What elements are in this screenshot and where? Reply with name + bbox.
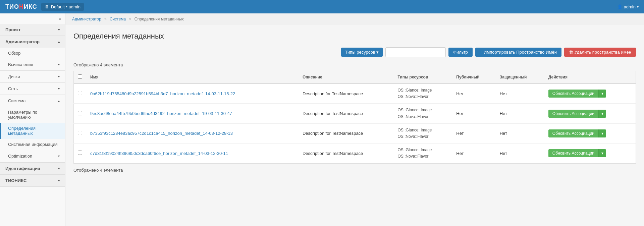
filter-button[interactable]: Фильтр bbox=[448, 48, 473, 57]
sidebar-item-disks[interactable]: Диски ▾ bbox=[0, 71, 65, 82]
sidebar: « Проект ▾ Администратор ▴ Обзор Вычисле… bbox=[0, 13, 65, 226]
sidebar-item-default-params[interactable]: Параметры по умолчанию bbox=[0, 107, 65, 123]
th-name: Имя bbox=[86, 71, 299, 84]
breadcrumb: Администратор » Система » Определения ме… bbox=[65, 13, 644, 25]
resource-types-button[interactable]: Типы ресурсов ▾ bbox=[341, 48, 383, 57]
row-name-link[interactable]: b7353f93c1284e83ac957c2d1c1ca415_horizon… bbox=[90, 131, 233, 136]
topbar-left: ТИОНИКС 🖥 Default • admin bbox=[5, 3, 84, 11]
sidebar-item-optimization[interactable]: Optimization ▾ bbox=[0, 150, 65, 162]
row-description-cell: Description for TestNamespace bbox=[299, 144, 394, 163]
table-row: 0a62b119d755480d9b22591b594bb3d7_horizon… bbox=[74, 83, 636, 104]
search-input[interactable] bbox=[385, 47, 446, 57]
sidebar-section-header-project[interactable]: Проект ▾ bbox=[0, 24, 65, 36]
row-checkbox-3[interactable] bbox=[78, 151, 82, 155]
sidebar-item-overview-label: Обзор bbox=[8, 51, 21, 56]
user-label: admin bbox=[624, 4, 636, 9]
sidebar-item-metadata-defs[interactable]: Определения метаданных bbox=[0, 123, 65, 139]
sidebar-item-network[interactable]: Сеть ▾ bbox=[0, 83, 65, 95]
project-label: Default • admin bbox=[51, 4, 80, 9]
import-button[interactable]: + Импортировать Пространство Имён bbox=[475, 48, 561, 57]
delete-button[interactable]: 🗑 Удалить пространства имен bbox=[564, 48, 636, 57]
main-layout: « Проект ▾ Администратор ▴ Обзор Вычисле… bbox=[0, 13, 644, 226]
update-associations-button[interactable]: Обновить Ассоциации bbox=[548, 90, 598, 98]
sidebar-section-admin-label: Администратор bbox=[5, 39, 40, 44]
sidebar-section-network: Сеть ▾ bbox=[0, 83, 65, 95]
row-name-link[interactable]: 9ec8ac68eaa44fb79b0bed6f5c4d3492_horizon… bbox=[90, 111, 232, 116]
row-name-link[interactable]: c7d31f8f19024ff396850c3dca60f6ce_horizon… bbox=[90, 151, 228, 156]
chevron-icon-compute: ▾ bbox=[58, 63, 60, 66]
filter-label: Фильтр bbox=[453, 50, 468, 55]
chevron-icon-project: ▾ bbox=[58, 28, 60, 32]
update-associations-button[interactable]: Обновить Ассоциации bbox=[548, 149, 598, 157]
sidebar-item-sys-info[interactable]: Системная информация bbox=[0, 139, 65, 150]
row-name-link[interactable]: 0a62b119d755480d9b22591b594bb3d7_horizon… bbox=[90, 91, 235, 96]
row-description-cell: Description for TestNamespace bbox=[299, 83, 394, 104]
sidebar-default-params-label: Параметры по умолчанию bbox=[8, 110, 37, 120]
count-bottom: Отображено 4 элемента bbox=[73, 168, 636, 173]
th-resource-types: Типы ресурсов bbox=[394, 71, 452, 84]
update-associations-button[interactable]: Обновить Ассоциации bbox=[548, 129, 598, 137]
update-associations-button[interactable]: Обновить Ассоциации bbox=[548, 110, 598, 118]
sidebar-item-compute[interactable]: Вычисления ▾ bbox=[0, 59, 65, 70]
sidebar-compute-label: Вычисления bbox=[8, 62, 33, 67]
row-name-cell: 0a62b119d755480d9b22591b594bb3d7_horizon… bbox=[86, 83, 299, 104]
row-checkbox-1[interactable] bbox=[78, 111, 82, 115]
chevron-icon-identity: ▾ bbox=[58, 167, 60, 170]
breadcrumb-sep-2: » bbox=[129, 17, 131, 21]
action-dropdown-button[interactable]: ▾ bbox=[598, 129, 606, 137]
breadcrumb-admin[interactable]: Администратор bbox=[72, 17, 101, 21]
table-row: 9ec8ac68eaa44fb79b0bed6f5c4d3492_horizon… bbox=[74, 104, 636, 123]
select-all-checkbox[interactable] bbox=[78, 74, 82, 79]
sidebar-section-header-tionix[interactable]: ТИОНИКС ▾ bbox=[0, 175, 65, 186]
sidebar-item-system[interactable]: Система ▴ bbox=[0, 95, 65, 107]
user-icon: 👤 bbox=[617, 4, 623, 9]
row-actions-cell: Обновить Ассоциации▾ bbox=[544, 83, 636, 104]
action-button-group: Обновить Ассоциации▾ bbox=[548, 129, 632, 137]
breadcrumb-current: Определения метаданных bbox=[135, 17, 184, 21]
sidebar-item-overview[interactable]: Обзор bbox=[0, 48, 65, 59]
delete-label: 🗑 Удалить пространства имен bbox=[569, 50, 631, 55]
row-public-cell: Нет bbox=[452, 144, 495, 163]
topbar: ТИОНИКС 🖥 Default • admin 👤 admin ▾ bbox=[0, 0, 644, 13]
chevron-icon-network: ▾ bbox=[58, 87, 60, 91]
row-protected-cell: Нет bbox=[496, 104, 544, 123]
project-selector[interactable]: 🖥 Default • admin bbox=[41, 3, 84, 11]
th-actions: Действия bbox=[544, 71, 636, 84]
sidebar-identity-label: Идентификация bbox=[5, 166, 40, 171]
action-dropdown-button[interactable]: ▾ bbox=[598, 90, 606, 98]
row-description-cell: Description for TestNamespace bbox=[299, 104, 394, 123]
sidebar-section-header-admin[interactable]: Администратор ▴ bbox=[0, 36, 65, 48]
row-name-cell: c7d31f8f19024ff396850c3dca60f6ce_horizon… bbox=[86, 144, 299, 163]
sidebar-section-optimization: Optimization ▾ bbox=[0, 150, 65, 162]
row-actions-cell: Обновить Ассоциации▾ bbox=[544, 144, 636, 163]
sidebar-disks-label: Диски bbox=[8, 74, 20, 79]
action-button-group: Обновить Ассоциации▾ bbox=[548, 90, 632, 98]
row-name-cell: 9ec8ac68eaa44fb79b0bed6f5c4d3492_horizon… bbox=[86, 104, 299, 123]
chevron-icon-tionix: ▾ bbox=[58, 179, 60, 182]
row-protected-cell: Нет bbox=[496, 123, 544, 143]
sidebar-section-project: Проект ▾ bbox=[0, 24, 65, 36]
chevron-down-icon: ▾ bbox=[637, 5, 639, 9]
user-menu[interactable]: 👤 admin ▾ bbox=[617, 4, 639, 9]
collapse-icon: « bbox=[59, 16, 61, 21]
sidebar-metadata-defs-label: Определения метаданных bbox=[8, 126, 36, 136]
row-resource-types-cell: OS::Glance::ImageOS::Nova::Flavor bbox=[394, 104, 452, 123]
row-actions-cell: Обновить Ассоциации▾ bbox=[544, 104, 636, 123]
breadcrumb-system[interactable]: Система bbox=[110, 17, 126, 21]
sidebar-tionix-label: ТИОНИКС bbox=[5, 178, 26, 183]
sidebar-section-project-label: Проект bbox=[5, 27, 20, 32]
sidebar-section-header-identity[interactable]: Идентификация ▾ bbox=[0, 163, 65, 174]
toolbar: Типы ресурсов ▾ Фильтр + Импортировать П… bbox=[73, 47, 636, 57]
row-checkbox-cell bbox=[74, 123, 87, 143]
content-area: Администратор » Система » Определения ме… bbox=[65, 13, 644, 226]
row-checkbox-0[interactable] bbox=[78, 91, 82, 95]
action-dropdown-button[interactable]: ▾ bbox=[598, 149, 606, 157]
sidebar-section-compute: Вычисления ▾ bbox=[0, 59, 65, 71]
action-dropdown-button[interactable]: ▾ bbox=[598, 110, 606, 118]
row-resource-types-cell: OS::Glance::ImageOS::Nova::Flavor bbox=[394, 83, 452, 104]
row-checkbox-2[interactable] bbox=[78, 131, 82, 135]
row-name-cell: b7353f93c1284e83ac957c2d1c1ca415_horizon… bbox=[86, 123, 299, 143]
sidebar-section-system: Система ▴ Параметры по умолчанию Определ… bbox=[0, 95, 65, 150]
sidebar-collapse-button[interactable]: « bbox=[0, 13, 65, 24]
page-title: Определения метаданных bbox=[73, 32, 636, 41]
